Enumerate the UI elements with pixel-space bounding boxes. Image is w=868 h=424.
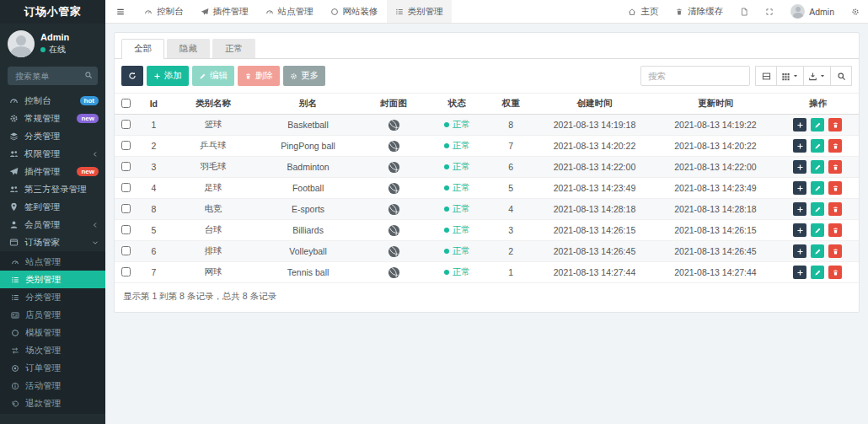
nav-tab-decorate[interactable]: 网站装修 <box>322 0 387 23</box>
plus-icon <box>796 269 804 276</box>
row-add-button[interactable] <box>793 202 806 216</box>
sidebar-item-booking[interactable]: 订场管家 <box>0 233 105 251</box>
tab-all[interactable]: 全部 <box>121 39 164 59</box>
map-marker-icon <box>9 202 19 212</box>
row-edit-button[interactable] <box>811 118 824 131</box>
sidebar-subitem-session[interactable]: 场次管理 <box>0 341 105 359</box>
tennis-icon <box>388 266 400 279</box>
row-delete-button[interactable] <box>828 202 842 216</box>
sidebar-item-console[interactable]: 控制台 hot <box>0 92 105 110</box>
sidebar-subitem-refund[interactable]: 退款管理 <box>0 394 105 412</box>
nav-tab-addon[interactable]: 插件管理 <box>192 0 257 23</box>
row-add-button[interactable] <box>793 244 806 258</box>
nav-tab-type[interactable]: 类别管理 <box>387 0 452 23</box>
row-edit-button[interactable] <box>811 223 824 237</box>
sidebar-subitem-template[interactable]: 模板管理 <box>0 324 105 341</box>
col-status[interactable]: 状态 <box>427 94 487 115</box>
col-updated[interactable]: 更新时间 <box>654 94 777 115</box>
sidebar-item-category[interactable]: 分类管理 <box>0 127 105 145</box>
row-checkbox[interactable] <box>121 267 131 276</box>
sidebar-subitem-clerk[interactable]: 店员管理 <box>0 306 105 324</box>
row-edit-button[interactable] <box>811 181 824 195</box>
row-edit-button[interactable] <box>811 139 824 153</box>
row-add-button[interactable] <box>793 181 806 195</box>
row-checkbox[interactable] <box>121 204 131 213</box>
table-search-input[interactable] <box>640 66 750 86</box>
document-button[interactable] <box>731 0 757 23</box>
sidebar-subitem-classify[interactable]: 分类管理 <box>0 288 105 306</box>
sidebar-item-auth[interactable]: 权限管理 <box>0 145 105 163</box>
sidebar-item-third-login[interactable]: 第三方登录管理 <box>0 180 105 198</box>
table-toolbar: 添加 编辑 删除 更多 <box>115 59 859 93</box>
user-menu[interactable]: Admin <box>782 0 843 23</box>
search-submit-button[interactable] <box>830 66 852 86</box>
row-checkbox[interactable] <box>121 183 131 192</box>
gear-icon <box>290 72 297 80</box>
info-icon <box>11 382 19 390</box>
nav-tab-site[interactable]: 站点管理 <box>257 0 322 23</box>
refresh-button[interactable] <box>121 66 143 86</box>
nav-tab-console[interactable]: 控制台 <box>136 0 192 23</box>
sidebar-menu: 控制台 hot 常规管理 new 分类管理 权限管理 插件管理 new <box>0 92 105 424</box>
row-checkbox[interactable] <box>121 120 131 129</box>
columns-button[interactable] <box>776 66 804 86</box>
fullscreen-button[interactable] <box>757 0 782 23</box>
row-delete-button[interactable] <box>828 160 842 174</box>
home-button[interactable]: 主页 <box>619 0 667 23</box>
dashboard-icon <box>9 96 19 105</box>
edit-button[interactable]: 编辑 <box>192 66 234 86</box>
add-button[interactable]: 添加 <box>147 66 189 86</box>
sidebar-item-addon[interactable]: 插件管理 new <box>0 163 105 180</box>
row-delete-button[interactable] <box>828 139 842 153</box>
pencil-icon <box>814 227 822 234</box>
sidebar-subitem-activity[interactable]: 活动管理 <box>0 377 105 394</box>
col-cover[interactable]: 封面图 <box>360 94 426 115</box>
row-delete-button[interactable] <box>828 244 842 258</box>
select-all-header[interactable] <box>115 94 137 115</box>
sidebar-item-signin[interactable]: 签到管理 <box>0 198 105 216</box>
tab-hidden[interactable]: 隐藏 <box>167 39 210 58</box>
row-checkbox[interactable] <box>121 141 131 150</box>
row-edit-button[interactable] <box>811 266 824 279</box>
sidebar-subitem-order[interactable]: 订单管理 <box>0 359 105 377</box>
filter-tabs: 全部 隐藏 正常 <box>115 33 859 59</box>
settings-button[interactable] <box>843 0 868 23</box>
export-icon <box>808 72 817 81</box>
row-checkbox[interactable] <box>121 162 131 171</box>
tab-normal[interactable]: 正常 <box>212 39 255 58</box>
sidebar-item-general[interactable]: 常规管理 new <box>0 110 105 127</box>
delete-button[interactable]: 删除 <box>238 66 280 86</box>
sidebar-subitem-site[interactable]: 站点管理 <box>0 253 105 271</box>
row-edit-button[interactable] <box>811 160 824 174</box>
more-button[interactable]: 更多 <box>283 66 325 86</box>
row-add-button[interactable] <box>793 223 806 237</box>
col-id[interactable]: Id <box>137 94 170 115</box>
sidebar-subitem-type[interactable]: 类别管理 <box>0 271 105 288</box>
col-name[interactable]: 类别名称 <box>170 94 256 115</box>
row-add-button[interactable] <box>793 118 806 131</box>
col-created[interactable]: 创建时间 <box>535 94 654 115</box>
row-edit-button[interactable] <box>811 202 824 216</box>
row-delete-button[interactable] <box>828 118 842 131</box>
row-add-button[interactable] <box>793 266 806 279</box>
table-header-row: Id 类别名称 别名 封面图 状态 权重 创建时间 更新时间 操作 <box>115 94 859 115</box>
toggle-view-button[interactable] <box>755 66 777 86</box>
col-alias[interactable]: 别名 <box>256 94 361 115</box>
clear-cache-button[interactable]: 清除缓存 <box>667 0 731 23</box>
user-icon <box>9 220 19 229</box>
row-delete-button[interactable] <box>828 223 842 237</box>
select-all-checkbox[interactable] <box>121 99 131 108</box>
row-add-button[interactable] <box>793 160 806 174</box>
export-button[interactable] <box>803 66 831 86</box>
window-icon <box>9 238 19 247</box>
new-badge: new <box>77 114 99 124</box>
sidebar-toggle-button[interactable] <box>105 0 136 23</box>
row-checkbox[interactable] <box>121 246 131 255</box>
row-checkbox[interactable] <box>121 225 131 234</box>
col-weight[interactable]: 权重 <box>486 94 534 115</box>
row-edit-button[interactable] <box>811 244 824 258</box>
sidebar-item-member[interactable]: 会员管理 <box>0 216 105 233</box>
row-delete-button[interactable] <box>828 181 842 195</box>
row-add-button[interactable] <box>793 139 806 153</box>
row-delete-button[interactable] <box>828 266 842 279</box>
